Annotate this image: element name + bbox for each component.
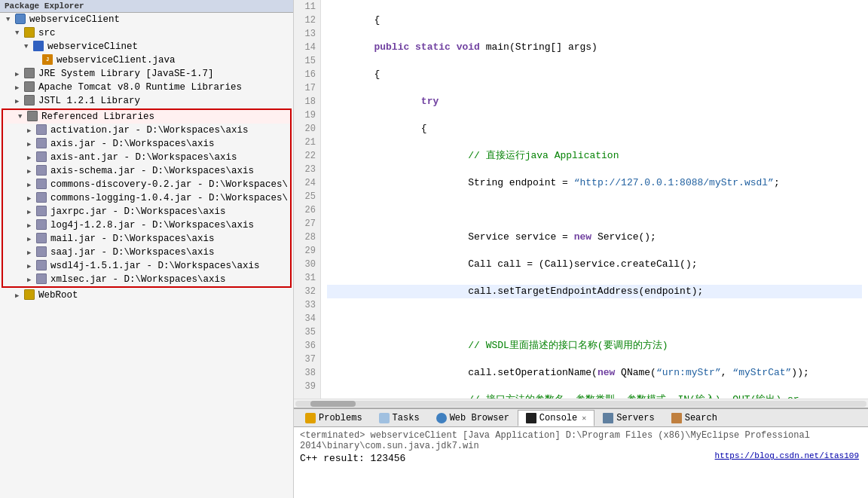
code-line-11: { (327, 14, 862, 27)
tab-servers-label: Servers (616, 413, 654, 423)
code-line-12: public static void main(String[] args) (327, 41, 862, 54)
arrow-commons-log: ▶ (27, 194, 36, 203)
commons-disc-icon (36, 179, 48, 191)
wsdl4j-icon (36, 260, 48, 272)
wsdl4j-label: wsdl4j-1.5.1.jar - D:\Workspaces\axis (50, 261, 260, 271)
src-icon (24, 27, 36, 39)
code-line-18 (327, 203, 862, 217)
tab-search-label: Search (685, 413, 717, 423)
tree-item-axis[interactable]: ▶ axis.jar - D:\Workspaces\axis (3, 137, 290, 151)
tree-item-axis-ant[interactable]: ▶ axis-ant.jar - D:\Workspaces\axis (3, 151, 290, 164)
tree-item-axis-schema[interactable]: ▶ axis-schema.jar - D:\Workspaces\axis (3, 164, 290, 178)
arrow-activation: ▶ (27, 127, 36, 135)
jstl-icon (24, 95, 36, 107)
tab-problems[interactable]: Problems (297, 410, 371, 426)
jstl-label: JSTL 1.2.1 Library (38, 96, 140, 106)
arrow-webroot: ▶ (15, 292, 24, 300)
tree-item-jstl[interactable]: ▶ JSTL 1.2.1 Library (0, 94, 293, 108)
arrow-tomcat: ▶ (15, 84, 24, 92)
arrow-wsdl4j: ▶ (27, 262, 36, 270)
reflibs-icon (27, 111, 39, 123)
tree-item-webroot[interactable]: ▶ WebRoot (0, 289, 293, 302)
xmlsec-icon (36, 273, 48, 286)
arrow-axis: ▶ (27, 140, 36, 148)
code-line-25: // 接口方法的参数名, 参数类型, 参数模式 IN(输入), OUT(输出) … (327, 393, 862, 399)
tab-servers[interactable]: Servers (594, 410, 662, 426)
jre-label: JRE System Library [JavaSE-1.7] (38, 69, 214, 79)
axis-schema-icon (36, 165, 48, 177)
tree-item-xmlsec[interactable]: ▶ xmlsec.jar - D:\Workspaces\axis (3, 273, 290, 286)
tree-item-jaxrpc[interactable]: ▶ jaxrpc.jar - D:\Workspaces\axis (3, 205, 290, 218)
activation-label: activation.jar - D:\Workspaces\axis (50, 125, 249, 136)
tab-console[interactable]: Console ✕ (518, 410, 594, 426)
tab-tasks[interactable]: Tasks (371, 410, 428, 426)
console-output-area: <terminated> webserviceClient [Java Appl… (294, 427, 868, 498)
code-line-15: { (327, 122, 862, 136)
tomcat-icon (24, 81, 36, 93)
tree-item-pkg[interactable]: ▼ webserviceClinet (0, 40, 293, 53)
code-editor: 11 12 13 14 15 16 17 18 19 20 21 22 23 2… (294, 0, 868, 408)
code-line-22 (327, 312, 862, 325)
mail-icon (36, 233, 48, 245)
arrow-saaj: ▶ (27, 249, 36, 257)
tree-item-project[interactable]: ▼ webserviceClient (0, 13, 293, 26)
tab-webbrowser[interactable]: Web Browser (428, 410, 518, 426)
commons-disc-label: commons-discovery-0.2.jar - D:\Workspace… (50, 179, 287, 190)
code-scroll[interactable]: 11 12 13 14 15 16 17 18 19 20 21 22 23 2… (294, 0, 868, 399)
tree-item-activation[interactable]: ▶ activation.jar - D:\Workspaces\axis (3, 124, 290, 137)
scrollbar-thumb[interactable] (310, 401, 356, 407)
tree-item-mail[interactable]: ▶ mail.jar - D:\Workspaces\axis (3, 232, 290, 246)
arrow-commons-disc: ▶ (27, 181, 36, 189)
tree-item-log4j[interactable]: ▶ log4j-1.2.8.jar - D:\Workspaces\axis (3, 218, 290, 232)
code-lines[interactable]: { public static void main(String[] args)… (321, 0, 868, 399)
src-label: src (38, 28, 56, 38)
tree-item-commons-log[interactable]: ▶ commons-logging-1.0.4.jar - D:\Workspa… (3, 191, 290, 205)
tab-search[interactable]: Search (663, 410, 726, 426)
log4j-label: log4j-1.2.8.jar - D:\Workspaces\axis (50, 220, 254, 231)
tab-bar: Problems Tasks Web Browser Console ✕ (294, 409, 868, 427)
xmlsec-label: xmlsec.jar - D:\Workspaces\axis (50, 274, 226, 285)
scrollbar-track (295, 401, 866, 407)
saaj-icon (36, 246, 48, 258)
project-icon (15, 14, 27, 26)
tab-webbrowser-label: Web Browser (450, 413, 509, 423)
commons-log-icon (36, 192, 48, 204)
jaxrpc-icon (36, 206, 48, 218)
axis-schema-label: axis-schema.jar - D:\Workspaces\axis (50, 166, 254, 176)
package-icon (33, 41, 45, 53)
tree-item-reflibs[interactable]: ▼ Referenced Libraries (3, 110, 290, 124)
jaxrpc-label: jaxrpc.jar - D:\Workspaces\axis (50, 206, 226, 217)
tree-item-java[interactable]: ▶ J webserviceClient.java (0, 53, 293, 67)
console-blog-link[interactable]: https://blog.csdn.net/itas109 (715, 451, 859, 460)
tree-item-wsdl4j[interactable]: ▶ wsdl4j-1.5.1.jar - D:\Workspaces\axis (3, 259, 290, 273)
mail-label: mail.jar - D:\Workspaces\axis (50, 234, 215, 244)
java-icon: J (42, 54, 54, 66)
code-line-16: // 直接运行java Application (327, 149, 862, 163)
code-line-24: call.setOperationName(new QName(“urn:myS… (327, 366, 862, 380)
main-area: Package Explorer ▼ webserviceClient ▼ sr… (0, 0, 868, 498)
tree-item-saaj[interactable]: ▶ saaj.jar - D:\Workspaces\axis (3, 246, 290, 259)
arrow-xmlsec: ▶ (27, 276, 36, 284)
code-line-20: Call call = (Call)service.createCall(); (327, 258, 862, 271)
jre-icon (24, 68, 36, 80)
tree-item-src[interactable]: ▼ src (0, 26, 293, 40)
console-output-text: C++ result: 123456 (300, 453, 405, 464)
servers-tab-icon (603, 413, 613, 423)
sidebar: Package Explorer ▼ webserviceClient ▼ sr… (0, 0, 294, 498)
bottom-panel: Problems Tasks Web Browser Console ✕ (294, 408, 868, 498)
arrow-axis-ant: ▶ (27, 154, 36, 162)
code-line-19: Service service = new Service(); (327, 231, 862, 244)
console-tab-close[interactable]: ✕ (582, 414, 586, 423)
horizontal-scrollbar[interactable] (294, 399, 868, 408)
console-tab-icon (526, 413, 536, 423)
code-line-13: { (327, 68, 862, 81)
tree-item-jre[interactable]: ▶ JRE System Library [JavaSE-1.7] (0, 67, 293, 81)
arrow-reflibs: ▼ (18, 113, 27, 121)
tree-item-commons-disc[interactable]: ▶ commons-discovery-0.2.jar - D:\Workspa… (3, 178, 290, 191)
arrow-jaxrpc: ▶ (27, 208, 36, 216)
commons-log-label: commons-logging-1.0.4.jar - D:\Workspace… (50, 193, 287, 203)
search-tab-icon (671, 413, 682, 423)
arrow-java: ▶ (33, 57, 42, 65)
tree-item-tomcat[interactable]: ▶ Apache Tomcat v8.0 Runtime Libraries (0, 81, 293, 94)
activation-icon (36, 124, 48, 136)
